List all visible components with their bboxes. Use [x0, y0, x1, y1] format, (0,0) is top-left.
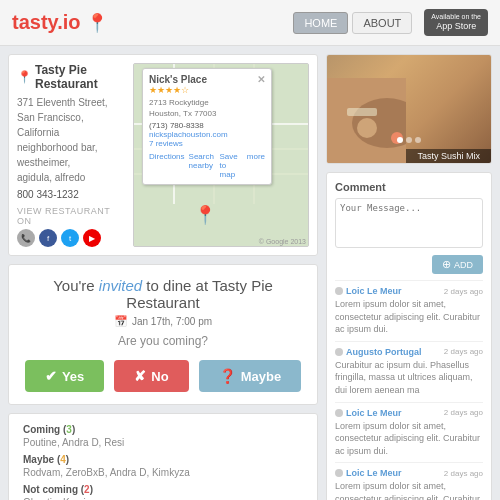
avatar	[335, 348, 343, 356]
comment-time: 2 days ago	[444, 287, 483, 296]
save-to-map-link[interactable]: Save to map	[220, 152, 243, 179]
popup-reviews[interactable]: 7 reviews	[149, 139, 265, 148]
comment-item: Loic Le Meur 2 days ago Lorem ipsum dolo…	[335, 462, 483, 500]
youtube-icon[interactable]: ▶	[83, 229, 101, 247]
comment-author: Augusto Portugal	[335, 347, 422, 357]
popup-address: 2713 Rockytidge Houston, Tx 77003	[149, 97, 265, 119]
rsvp-buttons: ✔ Yes ✘ No ❓ Maybe	[25, 360, 301, 392]
view-on-label: VIEW RESTAURANT ON	[17, 206, 127, 226]
map-copyright: © Google 2013	[259, 238, 306, 245]
invite-section: You're invited to dine at Tasty Pie Rest…	[8, 264, 318, 405]
search-nearby-link[interactable]: Search nearby	[189, 152, 216, 179]
close-icon[interactable]: ✕	[257, 74, 265, 85]
restaurant-phone: 800 343-1232	[17, 189, 127, 200]
notcoming-label: Not coming (2)	[23, 484, 303, 495]
comment-author: Loic Le Meur	[335, 286, 402, 296]
check-icon: ✔	[45, 368, 57, 384]
restaurant-pin-icon: 📍	[17, 70, 32, 84]
comment-text: Lorem ipsum dolor sit amet, consectetur …	[335, 298, 483, 336]
maybe-names: Rodvam, ZeroBxB, Andra D, Kimkyza	[23, 467, 303, 478]
comment-header: Augusto Portugal 2 days ago	[335, 347, 483, 357]
nav-home-button[interactable]: HOME	[293, 12, 348, 34]
comment-time: 2 days ago	[444, 347, 483, 356]
invite-question: Are you coming?	[25, 334, 301, 348]
comment-item: Loic Le Meur 2 days ago Lorem ipsum dolo…	[335, 280, 483, 341]
comment-author: Loic Le Meur	[335, 468, 402, 478]
appstore-available-text: Available on the	[431, 12, 481, 21]
photo-dot-1[interactable]	[397, 137, 403, 143]
comment-header: Loic Le Meur 2 days ago	[335, 286, 483, 296]
svg-rect-17	[347, 108, 377, 116]
rsvp-no-button[interactable]: ✘ No	[114, 360, 188, 392]
main-content: 📍 Tasty Pie Restaurant 371 Eleventh Stre…	[0, 46, 500, 500]
maybe-group: Maybe (4) Rodvam, ZeroBxB, Andra D, Kimk…	[23, 454, 303, 478]
add-comment-row: ⊕ ADD	[335, 255, 483, 274]
food-photo: Tasty Sushi Mix	[326, 54, 492, 164]
phone-icon[interactable]: 📞	[17, 229, 35, 247]
logo-text: tasty.io	[12, 11, 81, 33]
logo: tasty.io 📍	[12, 11, 293, 34]
right-panel: Tasty Sushi Mix Comment ⊕ ADD	[326, 54, 492, 500]
food-photo-bg: Tasty Sushi Mix	[327, 55, 491, 163]
nav: HOME ABOUT	[293, 12, 412, 34]
comment-text: Lorem ipsum dolor sit amet, consectetur …	[335, 480, 483, 500]
coming-group: Coming (3) Poutine, Andra D, Resi	[23, 424, 303, 448]
comment-section-title: Comment	[335, 181, 483, 193]
map-popup: Nick's Place ✕ ★★★★☆ 2713 Rockytidge Hou…	[142, 68, 272, 185]
avatar	[335, 469, 343, 477]
avatar	[335, 287, 343, 295]
left-panel: 📍 Tasty Pie Restaurant 371 Eleventh Stre…	[8, 54, 318, 500]
restaurant-map-row: 📍 Tasty Pie Restaurant 371 Eleventh Stre…	[8, 54, 318, 256]
map-marker: 📍	[194, 204, 216, 226]
map-area[interactable]: Nick's Place ✕ ★★★★☆ 2713 Rockytidge Hou…	[133, 63, 309, 247]
appstore-store-text: App Store	[436, 21, 476, 31]
question-icon: ❓	[219, 368, 236, 384]
directions-link[interactable]: Directions	[149, 152, 185, 179]
logo-pin-icon: 📍	[86, 13, 108, 33]
maybe-label: Maybe (4)	[23, 454, 303, 465]
popup-title: Nick's Place ✕	[149, 74, 265, 85]
comment-section: Comment ⊕ ADD Loic Le Meur 2 days ago Lo…	[326, 172, 492, 500]
popup-phone: (713) 780-8338	[149, 121, 265, 130]
popup-actions: Directions Search nearby Save to map mor…	[149, 152, 265, 179]
invite-title: You're invited to dine at Tasty Pie Rest…	[25, 277, 301, 311]
more-link[interactable]: more	[247, 152, 265, 179]
coming-names: Poutine, Andra D, Resi	[23, 437, 303, 448]
comment-item: Augusto Portugal 2 days ago Curabitur ac…	[335, 341, 483, 402]
plus-icon: ⊕	[442, 258, 451, 271]
nav-about-button[interactable]: ABOUT	[352, 12, 412, 34]
comment-time: 2 days ago	[444, 469, 483, 478]
photo-dot-3[interactable]	[415, 137, 421, 143]
coming-label: Coming (3)	[23, 424, 303, 435]
avatar	[335, 409, 343, 417]
restaurant-name: 📍 Tasty Pie Restaurant	[17, 63, 127, 91]
x-icon: ✘	[134, 368, 146, 384]
add-comment-button[interactable]: ⊕ ADD	[432, 255, 483, 274]
comment-input[interactable]	[335, 198, 483, 248]
restaurant-info: 📍 Tasty Pie Restaurant 371 Eleventh Stre…	[17, 63, 127, 247]
comment-time: 2 days ago	[444, 408, 483, 417]
comment-author: Loic Le Meur	[335, 408, 402, 418]
food-caption: Tasty Sushi Mix	[406, 149, 491, 163]
appstore-badge[interactable]: Available on the App Store	[424, 9, 488, 36]
comment-header: Loic Le Meur 2 days ago	[335, 468, 483, 478]
facebook-icon[interactable]: f	[39, 229, 57, 247]
twitter-icon[interactable]: t	[61, 229, 79, 247]
calendar-icon: 📅	[114, 315, 128, 328]
photo-dot-2[interactable]	[406, 137, 412, 143]
comment-text: Curabitur ac ipsum dui. Phasellus fringi…	[335, 359, 483, 397]
social-icons: 📞 f t ▶	[17, 229, 127, 247]
rsvp-maybe-button[interactable]: ❓ Maybe	[199, 360, 301, 392]
svg-point-12	[357, 118, 377, 138]
popup-website[interactable]: nicksplachouston.com	[149, 130, 265, 139]
popup-stars: ★★★★☆	[149, 85, 265, 95]
photo-dots	[397, 137, 421, 143]
comment-item: Loic Le Meur 2 days ago Lorem ipsum dolo…	[335, 402, 483, 463]
rsvp-yes-button[interactable]: ✔ Yes	[25, 360, 104, 392]
attendance-section: Coming (3) Poutine, Andra D, Resi Maybe …	[8, 413, 318, 500]
notcoming-group: Not coming (2) Ghostie, Kumi	[23, 484, 303, 500]
comment-text: Lorem ipsum dolor sit amet, consectetur …	[335, 420, 483, 458]
comment-header: Loic Le Meur 2 days ago	[335, 408, 483, 418]
invite-date: 📅 Jan 17th, 7:00 pm	[25, 315, 301, 328]
header: tasty.io 📍 HOME ABOUT Available on the A…	[0, 0, 500, 46]
